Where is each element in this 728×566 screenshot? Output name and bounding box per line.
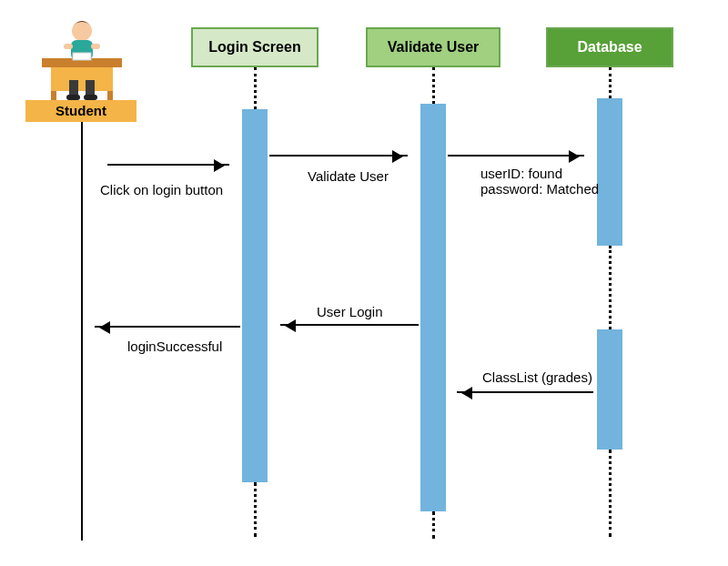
lifeline-validate-bottom [432,511,435,539]
arrow-validate-user [269,155,408,157]
arrow-login-successful [95,326,240,328]
arrow-classlist [457,391,593,393]
lifeline-db-top [609,67,612,98]
svg-rect-12 [107,91,113,100]
activation-login-screen [242,109,268,482]
svg-rect-8 [86,80,95,96]
sequence-diagram: Student Login Screen Validate User Datab… [0,0,728,566]
lifeline-validate-top [432,67,435,104]
svg-point-0 [72,21,92,41]
lifeline-db-mid [609,246,612,329]
svg-rect-11 [51,91,56,100]
svg-rect-7 [69,80,78,96]
svg-rect-2 [64,44,73,49]
svg-rect-5 [73,53,91,60]
lifeline-login-bottom [254,482,257,537]
arrow-user-check [448,155,584,157]
lifeline-db-bottom [609,450,612,537]
actor-student-figure [36,16,127,100]
lifeline-student [81,122,83,541]
activation-database-1 [597,98,622,246]
msg-login-successful: loginSuccessful [127,339,222,354]
actor-label: Student [25,103,136,118]
activation-validate-user [420,104,446,511]
participant-database: Database [546,27,673,67]
participant-database-label: Database [577,39,642,56]
msg-click-login: Click on login button [100,182,223,197]
activation-database-2 [597,329,622,450]
arrow-user-login [280,324,419,326]
participant-validate-user-label: Validate User [388,39,480,56]
svg-rect-3 [91,44,100,49]
participant-validate-user: Validate User [366,27,500,67]
msg-user-check: userID: found password: Matched [480,166,599,197]
lifeline-login-top [254,67,257,109]
participant-login-screen-label: Login Screen [208,39,300,56]
msg-validate-user: Validate User [308,168,389,184]
msg-classlist: ClassList (grades) [482,369,592,385]
participant-login-screen: Login Screen [191,27,318,67]
msg-user-login: User Login [317,304,383,319]
arrow-click-login [107,164,229,166]
svg-rect-6 [51,67,113,91]
